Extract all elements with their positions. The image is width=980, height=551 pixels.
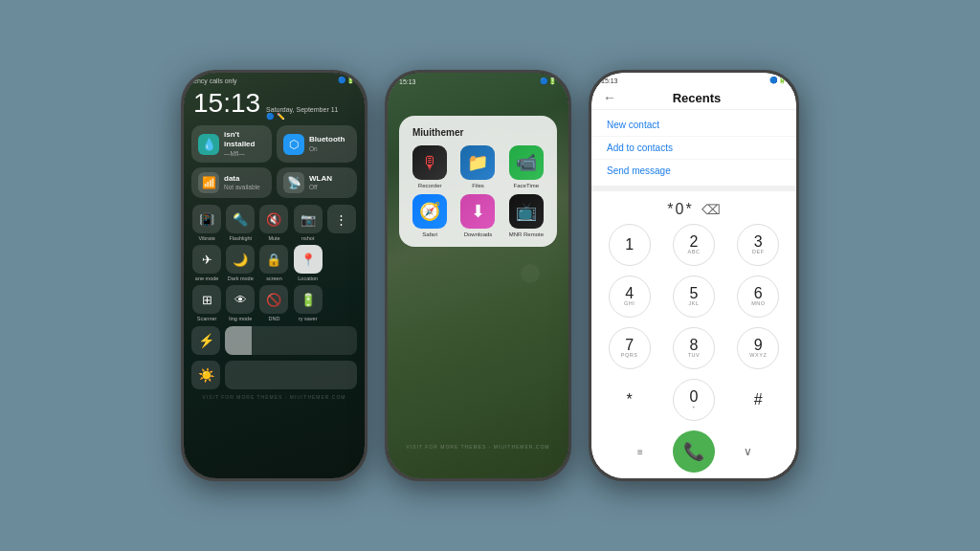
brightness-icon[interactable]: ☀️ [191, 361, 220, 389]
recents-header: ← Recents [591, 86, 796, 110]
back-button[interactable]: ← [603, 90, 616, 105]
tile-data-text: isn't installed —Mfl— [224, 130, 265, 158]
key-5[interactable]: 5 JKL [673, 276, 715, 318]
key-4[interactable]: 4 GHI [609, 276, 651, 318]
recents-title: Recents [624, 91, 785, 105]
cc-icon-grid-3: ⊞ Scanner 👁 ling mode 🚫 DND 🔋 ry saver [184, 283, 365, 323]
key-7[interactable]: 7 PQRS [609, 327, 651, 369]
recents-menu: New contact Add to contacts Send message [591, 110, 796, 191]
app-folder-card[interactable]: Miuithemer 🎙 Recorder 📁 Files 📹 FaceTime… [399, 116, 557, 247]
dialpad-bottom-row: ≡ 📞 ∨ [599, 427, 789, 474]
key-star[interactable]: * [609, 379, 651, 421]
reading-btn[interactable]: 👁 ling mode [225, 285, 256, 321]
location-btn[interactable]: 📍 Location [293, 245, 323, 281]
recents-icons: 🔵🔋 [769, 77, 787, 84]
key-9[interactable]: 9 WXYZ [737, 327, 779, 369]
status-left: ency calls only [193, 77, 237, 84]
cc-time-row: 15:13 Saturday, September 11 🔵 ✏️ [184, 86, 365, 121]
tv-app-label: MNR Remote [509, 231, 544, 237]
folder-screen: 15:13 🔵🔋 Miuithemer 🎙 Recorder 📁 Files 📹… [388, 73, 568, 478]
status-bar-1: ency calls only 🔵🔋 [184, 73, 365, 86]
facetime-app-icon: 📹 [509, 145, 544, 180]
safari-app-label: Safari [422, 231, 437, 237]
dialpad-chevron-icon[interactable]: ∨ [730, 442, 765, 461]
folder-app-tv[interactable]: 📺 MNR Remote [505, 194, 547, 237]
cc-tile-bluetooth[interactable]: ⬡ Bluetooth On [277, 125, 357, 163]
folder-app-recorder[interactable]: 🎙 Recorder [409, 145, 451, 188]
facetime-app-label: FaceTime [514, 183, 539, 188]
files-app-icon: 📁 [460, 145, 495, 180]
flashlight-btn[interactable]: 🔦 Flashlight [225, 205, 256, 241]
airplane-btn[interactable]: ✈ ane mode [191, 245, 222, 281]
cc-tile-wifi[interactable]: 📡 WLAN Off [277, 167, 357, 198]
watermark-2: VISIT FOR MORE THEMES - MIUITHEMER.COM [388, 444, 568, 450]
wifi-icon: 📡 [283, 172, 304, 193]
status-bar-3: 15:13 🔵🔋 [591, 73, 796, 86]
folder-icons: 🔵🔋 [540, 77, 557, 85]
files-app-label: Files [472, 183, 484, 188]
vibrate-btn[interactable]: 📳 Vibrate [191, 205, 222, 241]
downloads-app-icon: ⬇ [460, 194, 495, 229]
folder-apps-grid: 🎙 Recorder 📁 Files 📹 FaceTime 🧭 Safari ⬇ [409, 145, 547, 237]
key-1[interactable]: 1 [609, 224, 651, 266]
cc-tile-mobile[interactable]: 📶 data Not available [191, 167, 272, 198]
folder-app-downloads[interactable]: ⬇ Downloads [457, 194, 499, 237]
phone-1: ency calls only 🔵🔋 15:13 Saturday, Septe… [181, 70, 368, 481]
call-button[interactable]: 📞 [673, 430, 715, 473]
more-btn[interactable]: ⋮ [326, 205, 357, 241]
status-icons-1: 🔵🔋 [338, 77, 355, 84]
watermark-1: VISIT FOR MORE THEMES - MIUITHEMER.COM [184, 392, 365, 402]
cc-icon-grid-1: 📳 Vibrate 🔦 Flashlight 🔇 Mute 📷 nshot ⋮ [184, 203, 365, 243]
folder-app-safari[interactable]: 🧭 Safari [409, 194, 451, 237]
dialpad-container: *0* ⌫ 1 2 ABC 3 DEF 4 [591, 191, 796, 478]
dnd-btn[interactable]: 🚫 DND [258, 285, 289, 321]
recents-time: 15:13 [601, 77, 618, 84]
scanner-btn[interactable]: ⊞ Scanner [191, 285, 222, 321]
menu-send-message[interactable]: Send message [591, 160, 796, 182]
cc-edit-icons: 🔵 ✏️ [266, 113, 338, 121]
cc-icon-grid-2: ✈ ane mode 🌙 Dark mode 🔒 screen 📍 Locati… [184, 243, 365, 283]
folder-title: Miuithemer [409, 127, 547, 138]
recorder-app-icon: 🎙 [412, 145, 447, 180]
cc-tile-data[interactable]: 💧 isn't installed —Mfl— [191, 125, 272, 163]
phone-3: 15:13 🔵🔋 ← Recents New contact Add to co… [589, 70, 799, 481]
downloads-app-label: Downloads [464, 231, 493, 237]
safari-app-icon: 🧭 [412, 194, 447, 229]
folder-app-facetime[interactable]: 📹 FaceTime [505, 145, 547, 188]
dialpad-menu-icon[interactable]: ≡ [623, 442, 657, 461]
tv-app-icon: 📺 [509, 194, 544, 229]
cc-time-display: 15:13 [193, 88, 260, 119]
cc-slider-brightness: ⚡ [184, 323, 365, 358]
tile-mobile-text: data Not available [224, 174, 260, 192]
brightness-slider[interactable] [225, 326, 357, 355]
darkmode-btn[interactable]: 🌙 Dark mode [225, 245, 256, 281]
recents-screen: 15:13 🔵🔋 ← Recents New contact Add to co… [591, 73, 796, 478]
key-2[interactable]: 2 ABC [673, 224, 715, 266]
cc-date-icons: Saturday, September 11 🔵 ✏️ [266, 106, 338, 121]
screen-btn[interactable]: 🔒 screen [258, 245, 289, 281]
flash-btn[interactable]: ⚡ [191, 326, 220, 355]
phone-2: 15:13 🔵🔋 Miuithemer 🎙 Recorder 📁 Files 📹… [385, 70, 571, 481]
tile-bt-text: Bluetooth On [309, 135, 345, 153]
mute-btn[interactable]: 🔇 Mute [258, 205, 289, 241]
screenshot-btn[interactable]: 📷 nshot [293, 205, 323, 241]
key-6[interactable]: 6 MNO [737, 276, 779, 318]
key-3[interactable]: 3 DEF [737, 224, 779, 266]
cc-top-tiles: 💧 isn't installed —Mfl— ⬡ Bluetooth On 📶… [184, 121, 365, 203]
key-8[interactable]: 8 TUV [673, 327, 715, 369]
cc-bottom-slider[interactable] [225, 361, 357, 389]
tile-wifi-text: WLAN Off [309, 174, 332, 192]
tile-data-icon: 💧 [198, 134, 219, 155]
battery-saver-btn[interactable]: 🔋 ry saver [293, 285, 323, 321]
key-hash[interactable]: # [737, 379, 779, 421]
cc-date: Saturday, September 11 [266, 106, 338, 113]
menu-add-contact[interactable]: Add to contacts [591, 137, 796, 160]
dialpad-display: *0* ⌫ [599, 197, 789, 224]
delete-icon[interactable]: ⌫ [702, 202, 721, 217]
folder-app-files[interactable]: 📁 Files [457, 145, 499, 188]
menu-new-contact[interactable]: New contact [591, 114, 796, 137]
key-0[interactable]: 0 + [673, 379, 715, 421]
folder-time: 15:13 [399, 78, 416, 85]
signal-icon: 📶 [198, 172, 219, 193]
status-bar-2: 15:13 🔵🔋 [388, 73, 568, 87]
